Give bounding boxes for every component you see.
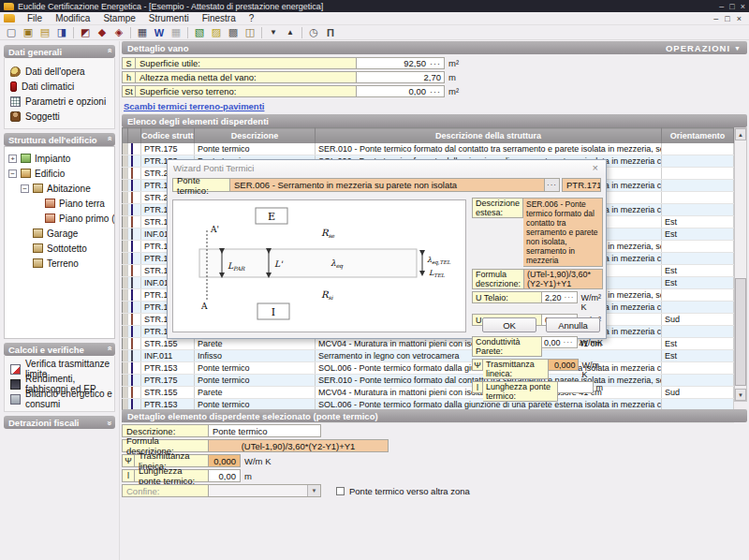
- dialog-title-bar[interactable]: Wizard Ponti Termici ×: [168, 160, 606, 175]
- tree-expander[interactable]: [33, 199, 41, 208]
- tree-item[interactable]: Piano terra: [8, 196, 114, 211]
- browse-button[interactable]: ···: [545, 178, 560, 192]
- browse-ellipsis-icon[interactable]: ···: [564, 338, 574, 346]
- preview-icon[interactable]: ◷: [306, 26, 321, 39]
- operazioni-menu-button[interactable]: OPERAZIONI▼: [666, 43, 742, 53]
- tree-item[interactable]: Terreno: [8, 256, 114, 271]
- menu-item[interactable]: Finestra: [196, 12, 242, 24]
- save-icon[interactable]: ◨: [54, 26, 69, 39]
- new-wizard-icon[interactable]: ▣: [21, 26, 36, 39]
- copy-green-icon[interactable]: ▧: [192, 26, 207, 39]
- export-word-icon[interactable]: W: [152, 26, 167, 39]
- toolbar-separator[interactable]: [261, 27, 262, 38]
- find-replace-icon[interactable]: ◆: [95, 26, 110, 39]
- refresh-data-icon[interactable]: ◈: [111, 26, 126, 39]
- chevron-down-icon[interactable]: ▼: [307, 485, 320, 496]
- menu-item[interactable]: Stampe: [96, 12, 141, 24]
- menu-item[interactable]: File: [21, 12, 49, 24]
- tree-item[interactable]: Piano primo (mansarda): [8, 211, 114, 226]
- col-orientamento[interactable]: Orientamento: [662, 128, 734, 143]
- menu-item[interactable]: ?: [242, 12, 261, 24]
- tree-expander[interactable]: [21, 244, 29, 253]
- field-input[interactable]: 0,00···: [357, 85, 445, 97]
- table-scrollbar[interactable]: ▲ ▼: [734, 127, 747, 402]
- sidebar-item[interactable]: Parametri e opzioni: [10, 94, 112, 109]
- conduttivita-input[interactable]: 0,00···: [542, 336, 578, 348]
- collapse-chevron-icon[interactable]: »: [104, 50, 113, 52]
- expand-chevron-icon[interactable]: »: [104, 420, 113, 423]
- lunghezza-input[interactable]: [558, 381, 593, 393]
- sidebar-item[interactable]: Dati dell'opera: [10, 64, 112, 79]
- u-telaio-input[interactable]: 2,20···: [542, 291, 578, 303]
- mdi-minimize-button[interactable]: –: [713, 14, 718, 23]
- tree-item[interactable]: + Impianto: [8, 151, 114, 166]
- open-project-icon[interactable]: ▤: [37, 26, 52, 39]
- col-descrizione[interactable]: Descrizione: [195, 128, 316, 143]
- tree-item[interactable]: Garage: [8, 226, 114, 241]
- scroll-up-button[interactable]: ▲: [735, 128, 746, 140]
- toolbar-separator[interactable]: [130, 27, 131, 38]
- altra-zona-checkbox[interactable]: [336, 487, 345, 495]
- panel-header-detrazioni[interactable]: Detrazioni fiscali »: [4, 416, 115, 429]
- collapse-up-icon[interactable]: ▲: [283, 26, 298, 39]
- dialog-close-icon[interactable]: ×: [591, 162, 600, 173]
- close-button[interactable]: ×: [741, 2, 745, 11]
- panel-header-dati-generali[interactable]: Dati generali »: [4, 45, 115, 58]
- tree-expander[interactable]: −: [8, 169, 17, 178]
- browse-ellipsis-icon[interactable]: ···: [430, 87, 441, 96]
- sidebar-item[interactable]: Soggetti: [10, 109, 112, 124]
- tree-expander[interactable]: [21, 229, 29, 238]
- copy-yellow-icon[interactable]: ▨: [209, 26, 224, 39]
- sidebar-item[interactable]: Dati climatici: [10, 79, 112, 94]
- field-input[interactable]: 2,70···: [357, 71, 445, 83]
- toolbar-separator[interactable]: [301, 27, 302, 38]
- pillar-icon[interactable]: Π: [323, 26, 338, 39]
- new-document-icon[interactable]: ▢: [4, 26, 19, 39]
- tree-item[interactable]: − Edificio: [8, 166, 114, 181]
- tree-expander[interactable]: −: [21, 184, 29, 193]
- col-codice[interactable]: Codice struttura: [141, 128, 195, 143]
- panel-header-struttura[interactable]: Struttura dell'edificio »: [4, 133, 115, 146]
- scrollbar-thumb[interactable]: [735, 278, 746, 386]
- collapse-down-icon[interactable]: ▼: [266, 26, 281, 39]
- menu-item[interactable]: Strumenti: [142, 12, 196, 24]
- sidebar-item[interactable]: Bilancio energetico e consumi: [10, 391, 112, 406]
- panel-title: Struttura dell'edificio: [8, 135, 97, 145]
- confine-select[interactable]: ▼: [209, 484, 321, 497]
- copy-print-icon[interactable]: ▩: [226, 26, 241, 39]
- browse-ellipsis-icon[interactable]: ···: [430, 59, 441, 68]
- maximize-button[interactable]: □: [729, 2, 734, 11]
- lunghezza-input[interactable]: 0,00: [209, 469, 241, 482]
- field-input[interactable]: 92,50···: [357, 57, 445, 69]
- panel-header-calcoli[interactable]: Calcoli e verifiche »: [4, 343, 115, 356]
- minimize-button[interactable]: –: [719, 2, 724, 11]
- toolbar-separator[interactable]: [73, 27, 74, 38]
- ok-button[interactable]: OK: [482, 317, 536, 332]
- table-row[interactable]: PTR.175 Ponte termico SER.010 - Ponte te…: [123, 374, 734, 386]
- annulla-button[interactable]: Annulla: [546, 317, 600, 332]
- collapse-chevron-icon[interactable]: »: [104, 347, 113, 350]
- descrizione-input[interactable]: Ponte termico: [209, 424, 321, 437]
- col-descrizione-struttura[interactable]: Descrizione della struttura: [316, 128, 662, 143]
- import-icon[interactable]: ◩: [78, 26, 93, 39]
- table-row[interactable]: PTR.153 Ponte termico SOL.006 - Ponte te…: [123, 361, 734, 374]
- scambi-termici-link[interactable]: Scambi termici terreno-pavimenti: [124, 101, 264, 111]
- tree-expander[interactable]: +: [8, 155, 17, 163]
- tree-expander[interactable]: [21, 259, 29, 268]
- tree-item[interactable]: Sottotetto: [8, 241, 114, 256]
- mdi-restore-button[interactable]: □: [725, 14, 729, 23]
- table-row[interactable]: STR.155 Parete MCV04 - Muratura in matto…: [123, 386, 734, 398]
- table-row[interactable]: INF.011 Infisso Serramento in legno con …: [123, 349, 734, 361]
- toolbar-separator[interactable]: [187, 27, 188, 38]
- tree-expander[interactable]: [33, 214, 41, 223]
- layers-icon[interactable]: ◫: [242, 26, 257, 39]
- mdi-close-button[interactable]: ×: [737, 14, 742, 23]
- export-excel-icon[interactable]: ▦: [169, 26, 184, 39]
- scroll-down-button[interactable]: ▼: [735, 389, 746, 401]
- browse-ellipsis-icon[interactable]: ···: [564, 293, 574, 302]
- print-icon[interactable]: ▦: [135, 26, 150, 39]
- collapse-chevron-icon[interactable]: »: [104, 138, 113, 140]
- tree-item[interactable]: − Abitazione: [8, 181, 114, 196]
- menu-item[interactable]: Modifica: [49, 12, 96, 24]
- table-row[interactable]: PTR.175 Ponte termico SER.010 - Ponte te…: [123, 143, 734, 155]
